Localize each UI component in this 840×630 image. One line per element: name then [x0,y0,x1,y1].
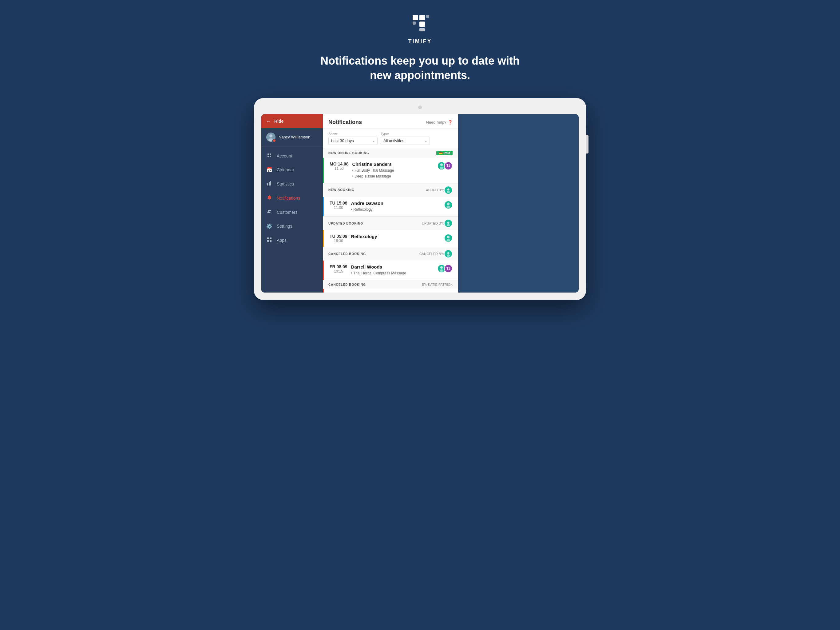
help-label: Need help? [426,120,447,125]
svg-point-39 [447,255,450,257]
svg-rect-9 [267,154,269,155]
sidebar-item-settings[interactable]: ⚙️ Settings [261,219,323,233]
svg-rect-19 [270,237,272,239]
customer-name: Christine Sanders [352,161,434,167]
notification-item[interactable]: FR 08.09 10:15 Darrell Woods • Thai Herb… [323,261,458,280]
sidebar-item-notifications[interactable]: Notifications [261,191,323,205]
svg-point-26 [447,188,450,190]
section-meta-canceled-by: CANCELED BY: [419,250,453,258]
sidebar-nav: Account 📅 Calendar Statistics Notif [261,146,323,293]
paid-label: Paid [444,151,450,155]
svg-point-7 [269,135,272,138]
notif-avatars: T1 [437,161,453,170]
added-by-label: ADDED BY: [426,188,444,192]
avatar: T1 [444,264,453,273]
notif-services: • Reflexology [351,207,440,212]
notif-avatars [444,234,453,242]
sidebar-hide-button[interactable]: ← Hide [261,114,323,128]
tablet-side-button [586,135,589,154]
tablet-screen: ← Hide Nancy Williamson Account [261,114,579,293]
sidebar-item-apps[interactable]: Apps [261,233,323,247]
notif-services: • Full Body Thai Massage • Deep Tissue M… [352,168,434,179]
sidebar-item-label-customers: Customers [277,210,298,215]
svg-point-33 [447,224,450,226]
sidebar-item-label-apps: Apps [277,238,287,243]
section-canceled-booking-1: CANCELED BOOKING CANCELED BY: FR 08.09 1… [323,247,458,280]
notif-avatars: T1 [437,264,453,273]
statistics-icon [266,181,272,187]
section-header-new-online: NEW ONLINE BOOKING Paid [323,148,458,158]
svg-point-32 [447,222,450,224]
svg-rect-0 [413,15,418,20]
sidebar: ← Hide Nancy Williamson Account [261,114,323,293]
service-item: • Deep Tissue Massage [352,174,434,179]
updated-by-label: UPDATED BY: [422,222,444,225]
svg-rect-2 [426,15,429,18]
avatar [444,234,453,242]
svg-point-41 [440,266,443,269]
help-icon: ❓ [448,120,453,125]
customers-icon [266,209,272,215]
sidebar-item-customers[interactable]: Customers [261,205,323,219]
paid-badge: Paid [436,151,453,155]
notif-date-day: MO 14.08 [330,161,348,166]
help-link[interactable]: Need help? ❓ [426,120,453,125]
svg-point-30 [447,206,450,209]
type-filter-group: Type: All activities New bookings Update… [381,132,430,145]
svg-rect-15 [270,181,271,185]
section-updated-booking: UPDATED BOOKING UPDATED BY: TU 05.09 16:… [323,217,458,247]
show-filter-label: Show: [328,132,377,136]
notification-item[interactable]: TU 05.09 16:30 Reflexology [323,230,458,247]
service-item: • Thai Herbal Compress Massage [351,271,434,276]
notification-item[interactable]: TU 15.08 11:00 Andre Dawson • Reflexolog… [323,197,458,216]
avatar [444,186,453,195]
section-header-canceled-1: CANCELED BOOKING CANCELED BY: [323,247,458,261]
notification-item[interactable]: MO 14.08 11:50 Christine Sanders • Full … [323,158,458,183]
show-filter-select[interactable]: Last 30 days Last 7 days Last 90 days [328,136,377,145]
section-meta-added-by: ADDED BY: [426,186,453,195]
notif-date-time: 11:00 [330,206,347,210]
svg-rect-10 [270,154,271,155]
svg-rect-14 [269,182,270,185]
svg-rect-4 [419,22,425,27]
svg-point-27 [447,191,450,193]
notif-date-time: 11:50 [330,166,348,171]
svg-rect-18 [267,237,269,239]
service-name: Reflexology [351,234,440,239]
notifications-title: Notifications [328,119,362,125]
notif-date: TU 15.08 11:00 [330,201,347,210]
section-header-canceled-2: CANCELED BOOKING BY: KATIE PATRICK [323,280,458,289]
notif-date: MO 14.08 11:50 [330,161,348,171]
section-type-canceled: CANCELED BOOKING [328,252,366,256]
section-type-new-booking: NEW BOOKING [328,188,355,192]
svg-point-16 [268,210,270,212]
sidebar-item-label-account: Account [277,154,292,158]
type-filter-select[interactable]: All activities New bookings Updated book… [381,136,430,145]
sidebar-item-account[interactable]: Account [261,149,323,163]
section-new-booking: NEW BOOKING ADDED BY: TU 15.08 11:00 [323,184,458,217]
sidebar-item-calendar[interactable]: 📅 Calendar [261,163,323,177]
section-canceled-booking-2: CANCELED BOOKING BY: KATIE PATRICK TU 09… [323,280,458,292]
notif-date-day: FR 08.09 [330,264,347,269]
svg-rect-20 [267,240,269,242]
sidebar-item-label-statistics: Statistics [277,182,294,187]
sidebar-item-label-settings: Settings [277,224,292,229]
notifications-header: Notifications Need help? ❓ [323,114,458,129]
notif-content: Christine Sanders • Full Body Thai Massa… [352,161,434,179]
notif-date-time: 10:15 [330,269,347,274]
notif-avatars [444,201,453,209]
section-new-online-booking: NEW ONLINE BOOKING Paid MO 14.08 11:50 C… [323,148,458,184]
sidebar-hide-label: Hide [274,119,284,123]
settings-icon: ⚙️ [266,223,272,229]
notif-services: • Thai Herbal Compress Massage [351,271,434,276]
brand-name: TIMIFY [408,38,432,44]
svg-point-29 [447,203,450,205]
brand-logo [410,12,430,36]
notification-item[interactable]: TU 09.10 14:10 Katie Patrick • Deep Tiss… [323,289,458,292]
notif-content: Reflexology [351,234,440,240]
svg-point-35 [447,236,450,238]
customer-name: Andre Dawson [351,201,440,206]
sidebar-item-statistics[interactable]: Statistics [261,177,323,191]
account-icon [266,153,272,159]
notif-content: Andre Dawson • Reflexology [351,201,440,212]
